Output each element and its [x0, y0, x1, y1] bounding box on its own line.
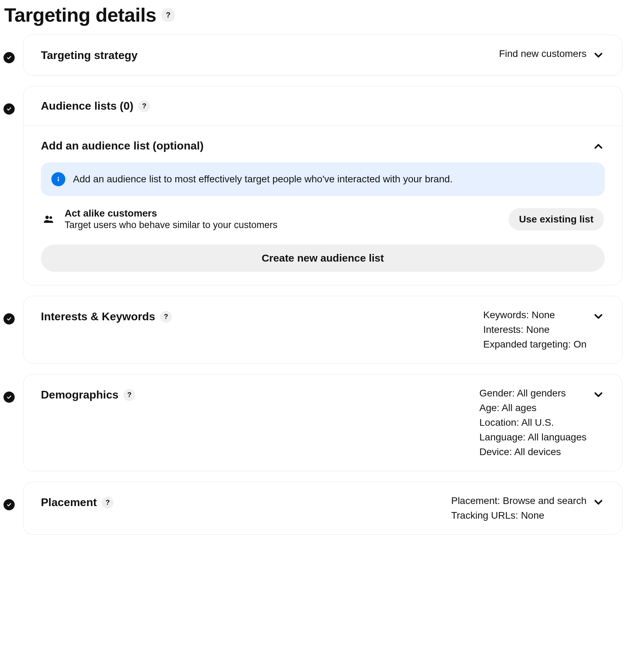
- card-title: Demographics: [41, 388, 118, 401]
- check-icon: [3, 103, 15, 115]
- people-icon: [42, 213, 56, 225]
- act-alike-subtitle: Target users who behave similar to your …: [65, 220, 500, 231]
- info-banner: Add an audience list to most effectively…: [41, 162, 605, 196]
- act-alike-title: Act alike customers: [65, 208, 500, 219]
- check-icon: [3, 52, 15, 63]
- card-targeting-strategy: Targeting strategy Find new customers: [23, 35, 623, 75]
- chevron-down-icon[interactable]: [592, 496, 605, 509]
- summary-line: Gender: All genders: [479, 388, 587, 399]
- card-title: Audience lists (0): [41, 100, 133, 112]
- card-title: Placement: [41, 496, 97, 509]
- card-title: Interests & Keywords: [41, 310, 155, 323]
- svg-rect-1: [58, 179, 59, 181]
- chevron-down-icon[interactable]: [592, 49, 605, 61]
- check-icon: [3, 499, 15, 510]
- card-interests-keywords: Interests & Keywords ? Keywords: None In…: [23, 296, 623, 364]
- summary-line: Expanded targeting: On: [483, 339, 587, 350]
- summary-line: Age: All ages: [479, 402, 587, 414]
- svg-point-3: [50, 216, 52, 219]
- page-title: Targeting details: [4, 3, 156, 26]
- summary-line: Find new customers: [499, 48, 587, 59]
- help-icon[interactable]: ?: [161, 8, 175, 22]
- summary-line: Placement: Browse and search: [451, 495, 587, 506]
- chevron-up-icon[interactable]: [592, 140, 605, 153]
- help-icon[interactable]: ?: [160, 311, 172, 323]
- summary-line: Tracking URLs: None: [451, 510, 587, 521]
- summary-line: Device: All devices: [479, 446, 587, 458]
- subsection-title: Add an audience list (optional): [41, 139, 204, 152]
- check-icon: [3, 392, 15, 403]
- help-icon[interactable]: ?: [102, 497, 114, 509]
- card-placement: Placement ? Placement: Browse and search…: [23, 482, 623, 535]
- card-demographics: Demographics ? Gender: All genders Age: …: [23, 374, 623, 471]
- summary-line: Location: All U.S.: [479, 417, 587, 428]
- card-title: Targeting strategy: [41, 49, 138, 62]
- info-icon: [51, 172, 65, 186]
- use-existing-list-button[interactable]: Use existing list: [509, 208, 604, 231]
- card-audience-lists: Audience lists (0) ? Add an audience lis…: [23, 86, 623, 285]
- chevron-down-icon[interactable]: [592, 388, 605, 401]
- page-header: Targeting details ?: [3, 3, 623, 26]
- svg-point-0: [58, 177, 59, 178]
- info-text: Add an audience list to most effectively…: [73, 174, 453, 185]
- summary-line: Language: All languages: [479, 432, 587, 443]
- check-icon: [3, 313, 15, 324]
- act-alike-row: Act alike customers Target users who beh…: [41, 208, 605, 231]
- help-icon[interactable]: ?: [123, 389, 135, 401]
- create-new-audience-list-button[interactable]: Create new audience list: [41, 244, 605, 272]
- chevron-down-icon[interactable]: [592, 310, 605, 323]
- svg-point-2: [45, 216, 49, 219]
- summary-line: Interests: None: [483, 324, 587, 335]
- help-icon[interactable]: ?: [138, 100, 150, 112]
- summary-line: Keywords: None: [483, 309, 587, 321]
